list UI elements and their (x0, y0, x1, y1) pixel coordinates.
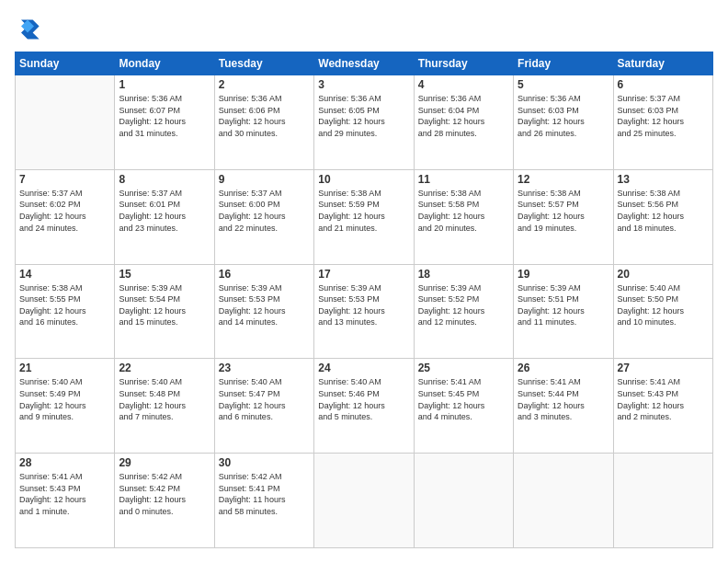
day-info: Sunrise: 5:39 AM Sunset: 5:53 PM Dayligh… (219, 282, 310, 328)
calendar-cell: 3Sunrise: 5:36 AM Sunset: 6:05 PM Daylig… (314, 75, 414, 170)
calendar-cell: 28Sunrise: 5:41 AM Sunset: 5:43 PM Dayli… (16, 454, 115, 548)
calendar-cell: 22Sunrise: 5:40 AM Sunset: 5:48 PM Dayli… (115, 359, 214, 454)
day-info: Sunrise: 5:40 AM Sunset: 5:49 PM Dayligh… (19, 376, 110, 422)
day-info: Sunrise: 5:38 AM Sunset: 5:55 PM Dayligh… (19, 282, 110, 328)
calendar-cell (613, 454, 712, 548)
calendar-table: SundayMondayTuesdayWednesdayThursdayFrid… (15, 52, 713, 548)
calendar-cell: 26Sunrise: 5:41 AM Sunset: 5:44 PM Dayli… (514, 359, 613, 454)
day-info: Sunrise: 5:36 AM Sunset: 6:06 PM Dayligh… (219, 93, 310, 139)
day-info: Sunrise: 5:39 AM Sunset: 5:54 PM Dayligh… (119, 282, 210, 328)
day-info: Sunrise: 5:41 AM Sunset: 5:43 PM Dayligh… (618, 376, 709, 422)
day-info: Sunrise: 5:37 AM Sunset: 6:03 PM Dayligh… (618, 93, 709, 139)
day-number: 11 (418, 173, 509, 186)
day-info: Sunrise: 5:36 AM Sunset: 6:04 PM Dayligh… (418, 93, 509, 139)
day-info: Sunrise: 5:36 AM Sunset: 6:03 PM Dayligh… (518, 93, 609, 139)
day-number: 9 (219, 173, 310, 186)
week-row-3: 14Sunrise: 5:38 AM Sunset: 5:55 PM Dayli… (16, 264, 713, 359)
day-info: Sunrise: 5:41 AM Sunset: 5:45 PM Dayligh… (418, 376, 509, 422)
day-number: 21 (19, 362, 110, 374)
day-number: 13 (618, 173, 709, 186)
day-number: 15 (119, 268, 210, 281)
day-info: Sunrise: 5:38 AM Sunset: 5:58 PM Dayligh… (418, 188, 509, 234)
calendar-cell: 4Sunrise: 5:36 AM Sunset: 6:04 PM Daylig… (414, 75, 513, 170)
calendar-cell (314, 454, 414, 548)
day-number: 30 (219, 456, 310, 469)
day-info: Sunrise: 5:42 AM Sunset: 5:42 PM Dayligh… (119, 471, 210, 517)
calendar-cell: 12Sunrise: 5:38 AM Sunset: 5:57 PM Dayli… (514, 169, 613, 264)
day-info: Sunrise: 5:39 AM Sunset: 5:52 PM Dayligh… (418, 282, 509, 328)
calendar-cell: 16Sunrise: 5:39 AM Sunset: 5:53 PM Dayli… (214, 264, 313, 359)
page: SundayMondayTuesdayWednesdayThursdayFrid… (0, 0, 728, 563)
week-row-2: 7Sunrise: 5:37 AM Sunset: 6:02 PM Daylig… (16, 169, 713, 264)
day-info: Sunrise: 5:41 AM Sunset: 5:43 PM Dayligh… (19, 471, 110, 517)
day-number: 20 (618, 268, 709, 281)
day-number: 14 (19, 268, 110, 281)
day-info: Sunrise: 5:42 AM Sunset: 5:41 PM Dayligh… (219, 471, 310, 517)
calendar-header-row: SundayMondayTuesdayWednesdayThursdayFrid… (16, 52, 713, 75)
day-number: 5 (518, 78, 609, 91)
calendar-header-friday: Friday (514, 52, 613, 75)
calendar-cell: 21Sunrise: 5:40 AM Sunset: 5:49 PM Dayli… (16, 359, 115, 454)
day-number: 27 (618, 362, 709, 374)
day-number: 6 (618, 78, 709, 91)
day-info: Sunrise: 5:40 AM Sunset: 5:50 PM Dayligh… (618, 282, 709, 328)
day-number: 4 (418, 78, 509, 91)
calendar-cell: 27Sunrise: 5:41 AM Sunset: 5:43 PM Dayli… (613, 359, 712, 454)
calendar-cell: 18Sunrise: 5:39 AM Sunset: 5:52 PM Dayli… (414, 264, 513, 359)
calendar-cell: 10Sunrise: 5:38 AM Sunset: 5:59 PM Dayli… (314, 169, 414, 264)
day-info: Sunrise: 5:36 AM Sunset: 6:05 PM Dayligh… (318, 93, 409, 139)
day-info: Sunrise: 5:37 AM Sunset: 6:00 PM Dayligh… (219, 188, 310, 234)
day-number: 8 (119, 173, 210, 186)
calendar-cell: 23Sunrise: 5:40 AM Sunset: 5:47 PM Dayli… (214, 359, 313, 454)
calendar-header-monday: Monday (115, 52, 214, 75)
day-info: Sunrise: 5:37 AM Sunset: 6:02 PM Dayligh… (19, 188, 110, 234)
calendar-cell: 5Sunrise: 5:36 AM Sunset: 6:03 PM Daylig… (514, 75, 613, 170)
calendar-cell: 6Sunrise: 5:37 AM Sunset: 6:03 PM Daylig… (613, 75, 712, 170)
calendar-cell: 17Sunrise: 5:39 AM Sunset: 5:53 PM Dayli… (314, 264, 414, 359)
day-number: 28 (19, 456, 110, 469)
day-number: 23 (219, 362, 310, 374)
day-info: Sunrise: 5:38 AM Sunset: 5:56 PM Dayligh… (618, 188, 709, 234)
calendar-cell: 2Sunrise: 5:36 AM Sunset: 6:06 PM Daylig… (214, 75, 313, 170)
calendar-cell (16, 75, 115, 170)
day-number: 18 (418, 268, 509, 281)
day-number: 16 (219, 268, 310, 281)
calendar-header-tuesday: Tuesday (214, 52, 313, 75)
day-number: 29 (119, 456, 210, 469)
day-info: Sunrise: 5:37 AM Sunset: 6:01 PM Dayligh… (119, 188, 210, 234)
calendar-cell: 25Sunrise: 5:41 AM Sunset: 5:45 PM Dayli… (414, 359, 513, 454)
day-number: 17 (318, 268, 409, 281)
day-number: 12 (518, 173, 609, 186)
calendar-header-saturday: Saturday (613, 52, 712, 75)
calendar-cell: 8Sunrise: 5:37 AM Sunset: 6:01 PM Daylig… (115, 169, 214, 264)
day-info: Sunrise: 5:39 AM Sunset: 5:53 PM Dayligh… (318, 282, 409, 328)
calendar-cell (414, 454, 513, 548)
calendar-header-thursday: Thursday (414, 52, 513, 75)
calendar-cell: 11Sunrise: 5:38 AM Sunset: 5:58 PM Dayli… (414, 169, 513, 264)
day-number: 1 (119, 78, 210, 91)
day-number: 22 (119, 362, 210, 374)
day-info: Sunrise: 5:36 AM Sunset: 6:07 PM Dayligh… (119, 93, 210, 139)
calendar-cell (514, 454, 613, 548)
calendar-header-sunday: Sunday (16, 52, 115, 75)
calendar-cell: 14Sunrise: 5:38 AM Sunset: 5:55 PM Dayli… (16, 264, 115, 359)
day-info: Sunrise: 5:38 AM Sunset: 5:59 PM Dayligh… (318, 188, 409, 234)
calendar-cell: 7Sunrise: 5:37 AM Sunset: 6:02 PM Daylig… (16, 169, 115, 264)
header (15, 15, 713, 40)
calendar-header-wednesday: Wednesday (314, 52, 414, 75)
day-number: 10 (318, 173, 409, 186)
calendar-cell: 13Sunrise: 5:38 AM Sunset: 5:56 PM Dayli… (613, 169, 712, 264)
day-number: 3 (318, 78, 409, 91)
calendar-cell: 9Sunrise: 5:37 AM Sunset: 6:00 PM Daylig… (214, 169, 313, 264)
calendar-cell: 20Sunrise: 5:40 AM Sunset: 5:50 PM Dayli… (613, 264, 712, 359)
day-number: 24 (318, 362, 409, 374)
day-number: 25 (418, 362, 509, 374)
calendar-cell: 29Sunrise: 5:42 AM Sunset: 5:42 PM Dayli… (115, 454, 214, 548)
day-info: Sunrise: 5:38 AM Sunset: 5:57 PM Dayligh… (518, 188, 609, 234)
logo (15, 15, 44, 40)
day-number: 19 (518, 268, 609, 281)
day-number: 7 (19, 173, 110, 186)
day-info: Sunrise: 5:39 AM Sunset: 5:51 PM Dayligh… (518, 282, 609, 328)
calendar-cell: 19Sunrise: 5:39 AM Sunset: 5:51 PM Dayli… (514, 264, 613, 359)
calendar-cell: 1Sunrise: 5:36 AM Sunset: 6:07 PM Daylig… (115, 75, 214, 170)
